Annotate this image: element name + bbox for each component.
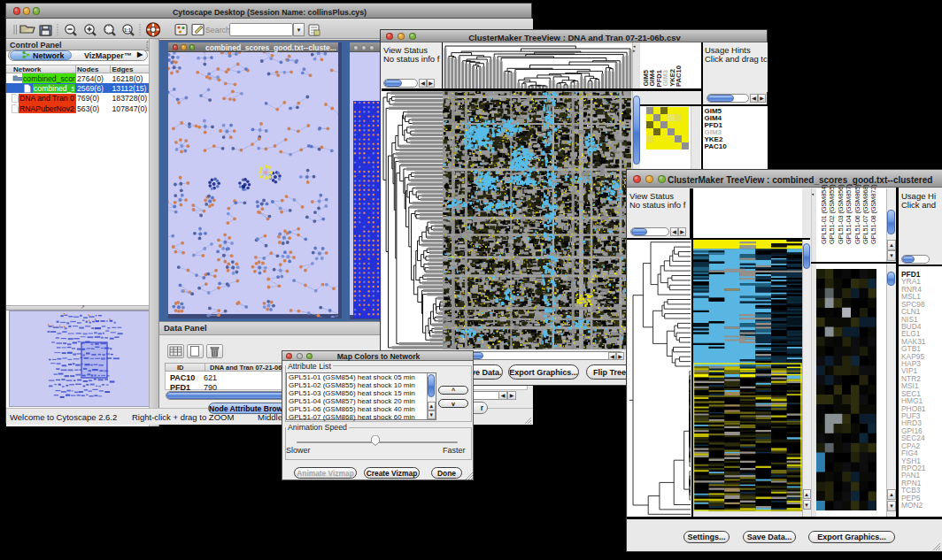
svg-text:1:1: 1:1: [124, 27, 131, 33]
